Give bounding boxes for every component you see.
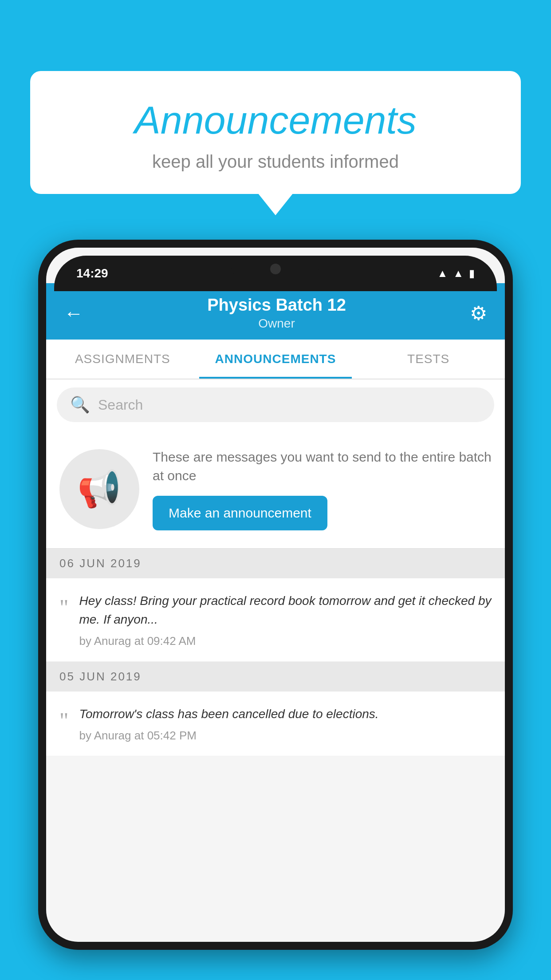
phone-screen: 14:29 ▲ ▲ ▮ ← Physics Batch 12 Owner (46, 248, 505, 942)
promo-text-block: These are messages you want to send to t… (153, 448, 492, 530)
promo-description: These are messages you want to send to t… (153, 448, 492, 485)
announcement-item-1: " Hey class! Bring your practical record… (46, 578, 505, 662)
announcement-text-2: Tomorrow's class has been cancelled due … (79, 705, 492, 743)
search-bar[interactable]: 🔍 Search (57, 387, 494, 422)
battery-icon: ▮ (469, 267, 475, 280)
speech-bubble-section: Announcements keep all your students inf… (30, 71, 521, 194)
signal-icon: ▲ (453, 267, 464, 280)
tab-announcements[interactable]: ANNOUNCEMENTS (199, 340, 352, 379)
status-bar: 14:29 ▲ ▲ ▮ (54, 256, 497, 291)
search-placeholder: Search (98, 397, 143, 413)
announcement-meta-1: by Anurag at 09:42 AM (79, 634, 492, 648)
status-time: 14:29 (76, 266, 108, 281)
back-button[interactable]: ← (64, 302, 83, 324)
announcement-message-2: Tomorrow's class has been cancelled due … (79, 705, 492, 723)
role-label: Owner (207, 316, 346, 331)
search-icon: 🔍 (70, 395, 90, 414)
megaphone-icon: 📢 (77, 468, 122, 510)
settings-icon[interactable]: ⚙ (470, 302, 487, 324)
date-separator-2: 05 JUN 2019 (46, 662, 505, 692)
wifi-icon: ▲ (437, 267, 448, 280)
make-announcement-button[interactable]: Make an announcement (153, 496, 327, 530)
quote-icon-1: " (59, 596, 68, 618)
tabs-bar: ASSIGNMENTS ANNOUNCEMENTS TESTS (46, 340, 505, 379)
announcement-item-2: " Tomorrow's class has been cancelled du… (46, 692, 505, 756)
promo-icon-circle: 📢 (59, 449, 139, 529)
quote-icon-2: " (59, 709, 68, 731)
bubble-subtitle: keep all your students informed (57, 152, 494, 172)
status-icons: ▲ ▲ ▮ (437, 267, 475, 280)
app-header: ← Physics Batch 12 Owner ⚙ (46, 283, 505, 340)
phone-body: 14:29 ▲ ▲ ▮ ← Physics Batch 12 Owner (38, 240, 513, 950)
header-title-block: Physics Batch 12 Owner (207, 296, 346, 331)
phone-notch (231, 256, 320, 282)
tab-assignments[interactable]: ASSIGNMENTS (46, 340, 199, 379)
screen-content: ← Physics Batch 12 Owner ⚙ ASSIGNMENTS A… (46, 283, 505, 942)
camera (270, 264, 281, 274)
announcement-text-1: Hey class! Bring your practical record b… (79, 592, 492, 648)
speech-bubble-card: Announcements keep all your students inf… (30, 71, 521, 194)
announcement-message-1: Hey class! Bring your practical record b… (79, 592, 492, 629)
date-separator-1: 06 JUN 2019 (46, 549, 505, 578)
bubble-title: Announcements (57, 98, 494, 143)
batch-title: Physics Batch 12 (207, 296, 346, 315)
tab-tests[interactable]: TESTS (352, 340, 505, 379)
phone-mockup: 14:29 ▲ ▲ ▮ ← Physics Batch 12 Owner (38, 240, 513, 980)
announcement-meta-2: by Anurag at 05:42 PM (79, 729, 492, 743)
promo-block: 📢 These are messages you want to send to… (46, 430, 505, 549)
search-container: 🔍 Search (46, 379, 505, 430)
